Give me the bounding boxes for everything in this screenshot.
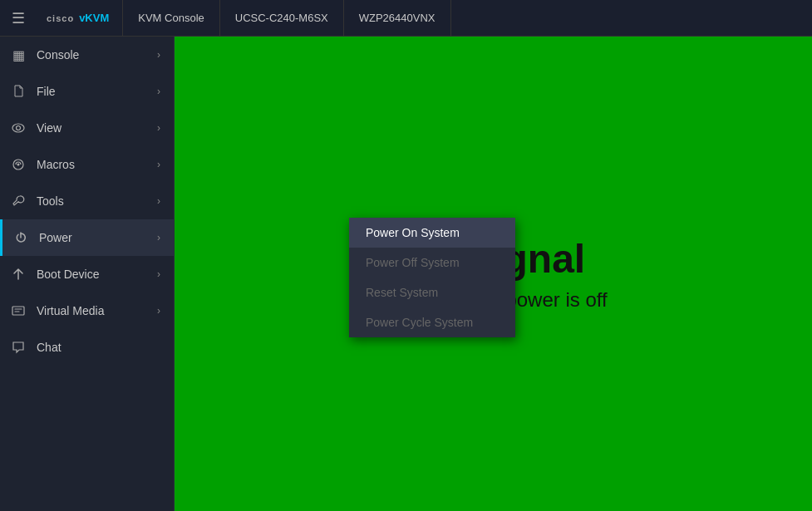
sidebar-label-power: Power <box>39 231 72 244</box>
sidebar-item-boot-device[interactable]: Boot Device › <box>0 256 174 292</box>
sidebar-label-console: Console <box>37 48 79 61</box>
file-arrow: › <box>157 86 160 97</box>
sidebar-label-file: File <box>37 85 56 98</box>
sidebar: ▦ Console › File › View › <box>0 37 175 511</box>
sidebar-item-tools[interactable]: Tools › <box>0 183 174 219</box>
power-menu-item-off: Power Off System <box>349 248 515 278</box>
sidebar-label-boot-device: Boot Device <box>37 268 99 281</box>
hamburger-icon: ☰ <box>12 9 25 27</box>
tab-wzp[interactable]: WZP26440VNX <box>344 0 451 37</box>
sidebar-label-view: View <box>37 121 62 135</box>
console-icon: ▦ <box>10 47 27 63</box>
sidebar-label-tools: Tools <box>37 194 64 208</box>
topbar-tabs: KVM Console UCSC-C240-M6SX WZP26440VNX <box>122 0 450 36</box>
virtual-media-arrow: › <box>157 305 160 317</box>
svg-point-3 <box>17 164 20 166</box>
tools-arrow: › <box>157 195 160 207</box>
app-name: vKVM <box>79 12 109 24</box>
svg-point-0 <box>12 124 24 132</box>
boot-device-arrow: › <box>157 268 160 280</box>
sidebar-item-power[interactable]: Power › <box>0 219 174 256</box>
sidebar-item-view[interactable]: View › <box>0 110 174 146</box>
content-area: No Signal Reason: Host power is off Powe… <box>175 37 812 511</box>
cisco-label: cisco <box>47 13 74 23</box>
power-menu-item-reset: Reset System <box>349 278 515 307</box>
file-icon <box>10 83 27 100</box>
sidebar-label-virtual-media: Virtual Media <box>37 304 104 317</box>
tab-kvm-console[interactable]: KVM Console <box>122 0 219 37</box>
chat-icon <box>10 339 27 356</box>
view-arrow: › <box>157 122 160 134</box>
hamburger-button[interactable]: ☰ <box>0 0 37 37</box>
sidebar-item-chat[interactable]: Chat <box>0 329 174 366</box>
tab-ucsc[interactable]: UCSC-C240-M6SX <box>220 0 344 37</box>
sidebar-item-macros[interactable]: Macros › <box>0 146 174 183</box>
tools-icon <box>10 193 27 209</box>
virtual-media-icon <box>10 302 27 319</box>
macros-arrow: › <box>157 159 160 170</box>
topbar: ☰ cisco vKVM KVM Console UCSC-C240-M6SX … <box>0 0 812 37</box>
power-icon <box>12 229 29 246</box>
app-logo: cisco vKVM <box>37 12 119 24</box>
sidebar-item-virtual-media[interactable]: Virtual Media › <box>0 292 174 329</box>
sidebar-label-chat: Chat <box>37 341 62 354</box>
view-icon <box>10 120 27 136</box>
macros-icon <box>10 156 27 173</box>
sidebar-item-file[interactable]: File › <box>0 73 174 110</box>
boot-device-icon <box>10 266 27 283</box>
svg-point-1 <box>17 126 21 130</box>
main-area: ▦ Console › File › View › <box>0 37 812 511</box>
power-menu-item-on[interactable]: Power On System <box>349 218 515 248</box>
power-menu-item-cycle: Power Cycle System <box>349 307 515 337</box>
svg-rect-4 <box>12 307 24 315</box>
power-dropdown-menu: Power On System Power Off System Reset S… <box>349 218 515 337</box>
sidebar-label-macros: Macros <box>37 158 75 171</box>
console-arrow: › <box>157 49 160 61</box>
power-arrow: › <box>157 232 160 243</box>
sidebar-item-console[interactable]: ▦ Console › <box>0 37 174 73</box>
